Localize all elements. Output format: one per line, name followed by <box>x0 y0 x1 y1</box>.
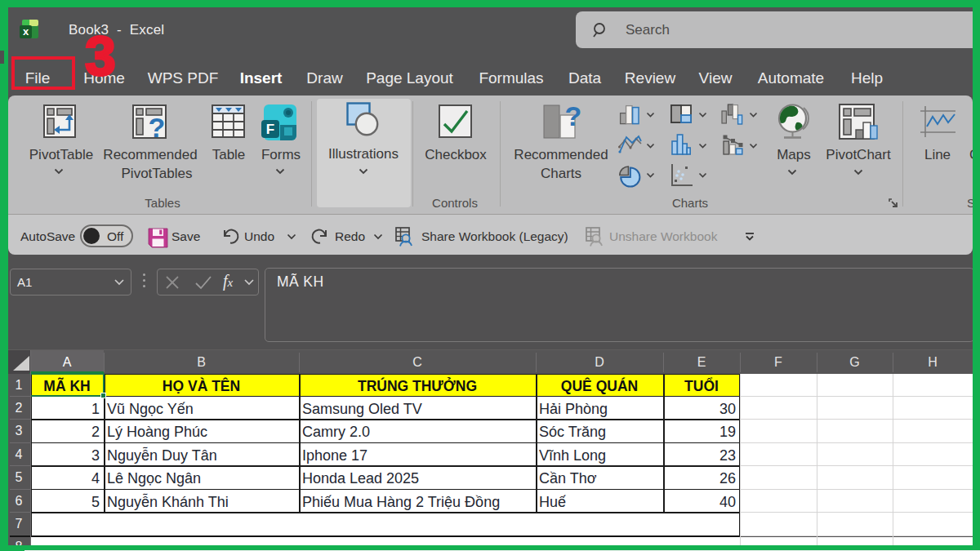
svg-text:?: ? <box>149 112 166 143</box>
svg-text:?: ? <box>565 103 581 131</box>
svg-text:F: F <box>266 122 274 137</box>
